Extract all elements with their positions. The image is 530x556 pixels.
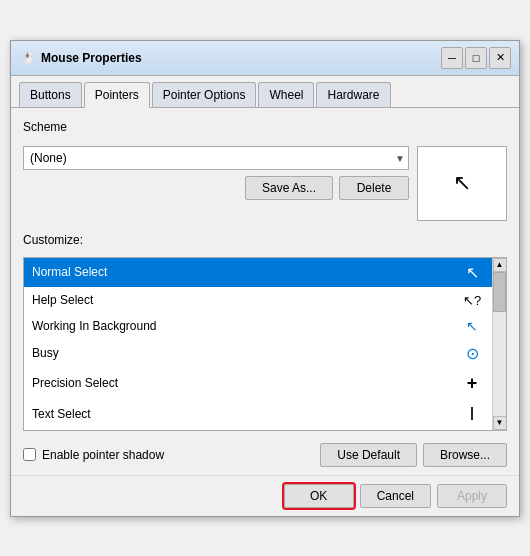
window-icon: 🖱️ (19, 50, 35, 66)
tab-wheel[interactable]: Wheel (258, 82, 314, 107)
delete-button[interactable]: Delete (339, 176, 409, 200)
ok-button[interactable]: OK (284, 484, 354, 508)
tab-hardware[interactable]: Hardware (316, 82, 390, 107)
cursor-precision-icon (460, 373, 484, 394)
scroll-up-button[interactable]: ▲ (493, 258, 507, 272)
pointer-shadow-label: Enable pointer shadow (42, 448, 164, 462)
minimize-button[interactable]: ─ (441, 47, 463, 69)
list-item-text: Help Select (32, 293, 460, 307)
footer: OK Cancel Apply (11, 475, 519, 516)
cancel-button[interactable]: Cancel (360, 484, 431, 508)
tab-pointer-options[interactable]: Pointer Options (152, 82, 257, 107)
list-item[interactable]: Text Select (24, 399, 492, 430)
pointer-shadow-checkbox-label[interactable]: Enable pointer shadow (23, 448, 164, 462)
list-item-text: Working In Background (32, 319, 460, 333)
scheme-label: Scheme (23, 120, 507, 134)
scheme-controls: (None) ▼ Save As... Delete (23, 146, 409, 200)
cursor-help-icon (460, 292, 484, 308)
cursor-normal-icon (460, 263, 484, 282)
mouse-properties-window: 🖱️ Mouse Properties ─ □ ✕ Buttons Pointe… (10, 40, 520, 517)
cursor-working-icon (460, 318, 484, 334)
window-title: Mouse Properties (41, 51, 441, 65)
scroll-track[interactable] (493, 272, 506, 416)
scheme-dropdown[interactable]: (None) (23, 146, 409, 170)
scroll-thumb[interactable] (493, 272, 506, 312)
title-bar-buttons: ─ □ ✕ (441, 47, 511, 69)
list-item[interactable]: Busy (24, 339, 492, 368)
cursor-preview-area (417, 146, 507, 221)
cursor-busy-icon (460, 344, 484, 363)
cursor-text-icon (460, 404, 484, 425)
list-item-text: Precision Select (32, 376, 460, 390)
tab-bar: Buttons Pointers Pointer Options Wheel H… (11, 76, 519, 108)
scheme-button-row: Save As... Delete (23, 176, 409, 200)
main-content: Scheme (None) ▼ Save As... Delete Custom… (11, 108, 519, 475)
list-scrollbar[interactable]: ▲ ▼ (492, 258, 506, 430)
preview-cursor-icon (453, 170, 471, 196)
title-bar: 🖱️ Mouse Properties ─ □ ✕ (11, 41, 519, 76)
tab-pointers[interactable]: Pointers (84, 82, 150, 108)
list-item[interactable]: Normal Select (24, 258, 492, 287)
browse-button[interactable]: Browse... (423, 443, 507, 467)
list-item-text: Text Select (32, 407, 460, 421)
scroll-down-button[interactable]: ▼ (493, 416, 507, 430)
list-item[interactable]: Help Select (24, 287, 492, 313)
close-button[interactable]: ✕ (489, 47, 511, 69)
list-item-text: Busy (32, 346, 460, 360)
maximize-button[interactable]: □ (465, 47, 487, 69)
bottom-buttons: Use Default Browse... (320, 443, 507, 467)
scheme-select-wrapper: (None) ▼ (23, 146, 409, 170)
options-row: Enable pointer shadow Use Default Browse… (23, 443, 507, 467)
customize-label: Customize: (23, 233, 507, 247)
cursor-list[interactable]: Normal Select Help Select Working In Bac… (24, 258, 492, 430)
list-item[interactable]: Working In Background (24, 313, 492, 339)
list-item[interactable]: Precision Select (24, 368, 492, 399)
save-as-button[interactable]: Save As... (245, 176, 333, 200)
scheme-area: (None) ▼ Save As... Delete (23, 146, 507, 221)
list-item-text: Normal Select (32, 265, 460, 279)
tab-buttons[interactable]: Buttons (19, 82, 82, 107)
pointer-shadow-checkbox[interactable] (23, 448, 36, 461)
use-default-button[interactable]: Use Default (320, 443, 417, 467)
apply-button[interactable]: Apply (437, 484, 507, 508)
cursor-list-container: Normal Select Help Select Working In Bac… (23, 257, 507, 431)
